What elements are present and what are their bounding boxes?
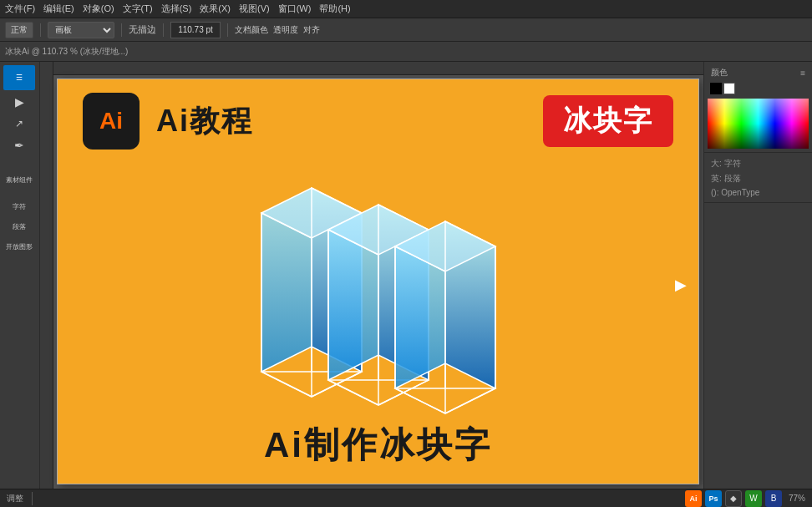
taskbar-icon-ai[interactable]: Ai — [685, 490, 702, 507]
main-area: ☰ ▶ ↗ ✒ 素材组件 字符 段落 开放图形 — [0, 62, 812, 489]
menu-edit[interactable]: 编辑(E) — [43, 3, 74, 15]
artboard: Ai Ai教程 冰块字 — [57, 79, 699, 484]
toolbar-artboard-select[interactable]: 画板 — [48, 22, 114, 38]
ai-logo-inner: Ai — [99, 108, 123, 134]
color-panel-menu[interactable]: ≡ — [800, 68, 805, 78]
taskbar-icons: Ai Ps ◆ W B 77% — [685, 490, 805, 507]
artboard-badge: 冰块字 — [543, 95, 673, 147]
toolbar-divider-1 — [40, 23, 41, 37]
menu-view[interactable]: 视图(V) — [239, 3, 270, 15]
prop-row-char: 大: 字符 — [708, 156, 809, 171]
ai-logo-text: Ai — [99, 108, 123, 134]
tool-pen[interactable]: ✒ — [3, 135, 35, 155]
menu-object[interactable]: 对象(O) — [83, 3, 114, 15]
status-label: 调整 — [7, 493, 23, 504]
opentype-label: 开放图形 — [6, 242, 33, 251]
char-label: 字符 — [13, 202, 26, 211]
illustration-area — [58, 163, 698, 422]
taskbar-icon-2[interactable]: W — [745, 490, 762, 507]
taskbar-icon-3[interactable]: B — [765, 490, 782, 507]
color-spectrum[interactable] — [708, 99, 809, 149]
menu-select[interactable]: 选择(S) — [161, 3, 192, 15]
artboard-header: Ai Ai教程 冰块字 — [58, 79, 698, 163]
props-section: 大: 字符 英: 段落 (): OpenType — [704, 153, 812, 203]
taskbar-icon-1-label: ◆ — [730, 494, 737, 503]
para-label: 段落 — [13, 222, 26, 231]
toolbar-divider-3 — [163, 23, 164, 37]
tool-assets[interactable]: ☰ — [3, 65, 35, 90]
color-panel-section: 颜色 ≡ — [704, 62, 812, 153]
tool-opentype[interactable]: 开放图形 — [3, 237, 35, 256]
menu-effect[interactable]: 效果(X) — [200, 3, 231, 15]
toolbar-align: 对齐 — [303, 24, 320, 36]
zoom-percent: 77% — [789, 494, 805, 503]
ai-logo: Ai — [83, 93, 140, 150]
status-divider — [32, 492, 33, 505]
prop-row-para: 英: 段落 — [708, 171, 809, 186]
swatch-black[interactable] — [710, 83, 722, 94]
tool-direct[interactable]: ↗ — [3, 114, 35, 134]
ruler-vertical — [40, 62, 53, 489]
prop-char-label: 大: 字符 — [711, 158, 741, 170]
artboard-bottom-text: Ai制作冰块字 — [264, 422, 492, 484]
ice-blocks-svg — [203, 163, 554, 430]
tool-para[interactable]: 段落 — [3, 217, 35, 236]
toolbar-secondary: 冰块Ai @ 110.73 % (冰块/理地...) — [0, 42, 812, 62]
taskbar-icon-1[interactable]: ◆ — [725, 490, 742, 507]
toolbar-normal-btn[interactable]: 正常 — [5, 22, 33, 38]
tool-assets-label[interactable]: 素材组件 — [3, 165, 35, 195]
menu-help[interactable]: 帮助(H) — [319, 3, 350, 15]
ruler-horizontal — [53, 62, 703, 75]
taskbar-icon-ps[interactable]: Ps — [705, 490, 722, 507]
taskbar-icon-2-label: W — [749, 494, 757, 503]
menu-text[interactable]: 文字(T) — [123, 3, 153, 15]
swatch-white[interactable] — [723, 83, 735, 94]
menu-file[interactable]: 文件(F) — [5, 3, 35, 15]
status-bar: 调整 Ai Ps ◆ W B 77% — [0, 489, 812, 507]
toolbar-normal-label: 正常 — [11, 24, 28, 36]
prop-row-opentype: (): OpenType — [708, 186, 809, 199]
color-panel-title: 颜色 ≡ — [708, 65, 809, 80]
menu-window[interactable]: 窗口(W) — [278, 3, 312, 15]
canvas-area[interactable]: Ai Ai教程 冰块字 — [40, 62, 703, 489]
taskbar-ai-label: Ai — [689, 494, 697, 503]
taskbar-icon-3-label: B — [771, 494, 777, 503]
assets-label: 素材组件 — [6, 176, 33, 185]
swatch-row — [708, 80, 809, 97]
taskbar-ps-label: Ps — [708, 494, 718, 503]
right-panel: 颜色 ≡ 大: 字符 英: 段落 (): OpenType — [703, 62, 812, 489]
tool-selection[interactable]: ▶ — [3, 92, 35, 112]
toolbar-divider-4 — [227, 23, 228, 37]
toolbar-divider-2 — [121, 23, 122, 37]
prop-opentype-label: (): OpenType — [711, 188, 759, 197]
menu-bar: 文件(F) 编辑(E) 对象(O) 文字(T) 选择(S) 效果(X) 视图(V… — [0, 0, 812, 18]
toolbar-primary: 正常 画板 无描边 文档颜色 透明度 对齐 — [0, 18, 812, 42]
toolbar-size-input[interactable] — [170, 22, 221, 38]
toolbar-opacity: 透明度 — [273, 24, 298, 36]
filename-label: 冰块Ai @ 110.73 % (冰块/理地...) — [5, 46, 128, 58]
toolbar-doc-color: 文档颜色 — [235, 24, 268, 36]
prop-para-label: 英: 段落 — [711, 173, 741, 185]
tool-char[interactable]: 字符 — [3, 197, 35, 215]
toolbar-stroke-label: 无描边 — [129, 23, 156, 36]
assets-icon: ☰ — [16, 74, 23, 82]
artboard-title: Ai教程 — [156, 101, 253, 142]
color-label: 颜色 — [711, 67, 728, 79]
left-tools-panel: ☰ ▶ ↗ ✒ 素材组件 字符 段落 开放图形 — [0, 62, 40, 489]
